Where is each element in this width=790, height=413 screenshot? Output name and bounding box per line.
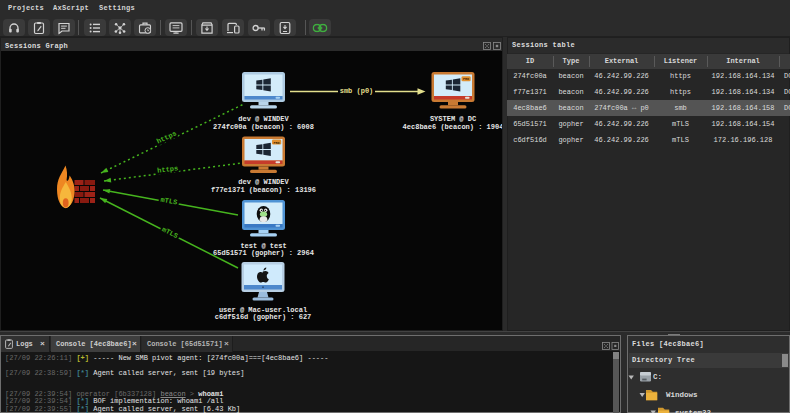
svg-text:mTLS: mTLS — [160, 196, 178, 207]
svg-text:f77e1371 (beacon) : 13196: f77e1371 (beacon) : 13196 — [211, 186, 316, 194]
svg-text:c6df516d (gopher) : 627: c6df516d (gopher) : 627 — [215, 313, 312, 321]
svg-text:https: https — [157, 164, 179, 175]
svg-text:274fc00a (beacon) : 6008: 274fc00a (beacon) : 6008 — [213, 123, 314, 131]
svg-text:65d51571 (gopher) : 2964: 65d51571 (gopher) : 2964 — [213, 249, 314, 257]
svg-text:https: https — [155, 129, 177, 145]
svg-text:smb (p0): smb (p0) — [340, 87, 374, 95]
svg-text:PRO: PRO — [274, 141, 280, 145]
svg-text:mTLS: mTLS — [161, 225, 180, 240]
svg-text:PRO: PRO — [463, 77, 469, 81]
svg-text:4ec8bae6 (beacon) : 1904: 4ec8bae6 (beacon) : 1904 — [403, 123, 502, 131]
